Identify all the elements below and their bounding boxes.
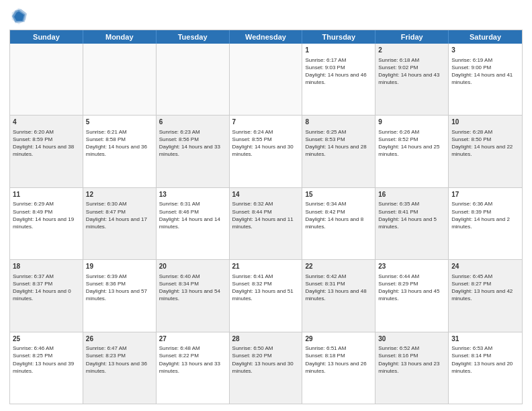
calendar-cell xyxy=(83,44,157,115)
header xyxy=(9,7,523,26)
calendar-cell: 30Sunrise: 6:52 AM Sunset: 8:16 PM Dayli… xyxy=(375,332,449,404)
day-number: 25 xyxy=(13,334,80,344)
day-number: 22 xyxy=(305,262,372,271)
day-number: 3 xyxy=(451,46,519,55)
calendar-cell: 3Sunrise: 6:19 AM Sunset: 9:00 PM Daylig… xyxy=(449,44,522,115)
cell-info: Sunrise: 6:19 AM Sunset: 9:00 PM Dayligh… xyxy=(451,56,519,87)
calendar-row: 1Sunrise: 6:17 AM Sunset: 9:03 PM Daylig… xyxy=(10,44,522,116)
cell-info: Sunrise: 6:48 AM Sunset: 8:22 PM Dayligh… xyxy=(159,345,226,375)
calendar-cell: 5Sunrise: 6:21 AM Sunset: 8:58 PM Daylig… xyxy=(83,116,157,187)
calendar-cell: 20Sunrise: 6:40 AM Sunset: 8:34 PM Dayli… xyxy=(157,260,230,331)
day-number: 17 xyxy=(451,190,519,199)
weekday-header: Wednesday xyxy=(230,30,303,44)
calendar-cell: 9Sunrise: 6:26 AM Sunset: 8:52 PM Daylig… xyxy=(375,116,449,187)
calendar-body: 1Sunrise: 6:17 AM Sunset: 9:03 PM Daylig… xyxy=(10,44,522,404)
calendar-header: SundayMondayTuesdayWednesdayThursdayFrid… xyxy=(10,30,522,44)
calendar-cell: 2Sunrise: 6:18 AM Sunset: 9:02 PM Daylig… xyxy=(375,44,449,115)
calendar-cell: 22Sunrise: 6:42 AM Sunset: 8:31 PM Dayli… xyxy=(302,260,375,331)
day-number: 5 xyxy=(86,118,153,127)
weekday-header: Thursday xyxy=(302,30,375,44)
calendar-cell: 19Sunrise: 6:39 AM Sunset: 8:36 PM Dayli… xyxy=(83,260,157,331)
cell-info: Sunrise: 6:25 AM Sunset: 8:53 PM Dayligh… xyxy=(305,128,372,158)
calendar-cell: 29Sunrise: 6:51 AM Sunset: 8:18 PM Dayli… xyxy=(302,332,375,404)
calendar-cell: 14Sunrise: 6:32 AM Sunset: 8:44 PM Dayli… xyxy=(230,188,303,259)
cell-info: Sunrise: 6:24 AM Sunset: 8:55 PM Dayligh… xyxy=(232,128,300,158)
cell-info: Sunrise: 6:31 AM Sunset: 8:46 PM Dayligh… xyxy=(159,200,226,230)
day-number: 20 xyxy=(159,262,226,271)
cell-info: Sunrise: 6:29 AM Sunset: 8:49 PM Dayligh… xyxy=(13,200,80,230)
calendar-cell: 11Sunrise: 6:29 AM Sunset: 8:49 PM Dayli… xyxy=(10,188,83,259)
day-number: 4 xyxy=(13,118,80,127)
cell-info: Sunrise: 6:23 AM Sunset: 8:56 PM Dayligh… xyxy=(159,128,226,158)
calendar-row: 11Sunrise: 6:29 AM Sunset: 8:49 PM Dayli… xyxy=(10,188,522,260)
day-number: 13 xyxy=(159,190,226,199)
calendar-row: 18Sunrise: 6:37 AM Sunset: 8:37 PM Dayli… xyxy=(10,260,522,332)
day-number: 28 xyxy=(232,334,300,344)
day-number: 6 xyxy=(159,118,226,127)
cell-info: Sunrise: 6:46 AM Sunset: 8:25 PM Dayligh… xyxy=(13,345,80,375)
cell-info: Sunrise: 6:21 AM Sunset: 8:58 PM Dayligh… xyxy=(86,128,153,158)
cell-info: Sunrise: 6:36 AM Sunset: 8:39 PM Dayligh… xyxy=(451,200,519,230)
calendar-cell: 16Sunrise: 6:35 AM Sunset: 8:41 PM Dayli… xyxy=(375,188,449,259)
calendar-cell: 8Sunrise: 6:25 AM Sunset: 8:53 PM Daylig… xyxy=(302,116,375,187)
cell-info: Sunrise: 6:34 AM Sunset: 8:42 PM Dayligh… xyxy=(305,200,372,230)
weekday-header: Monday xyxy=(83,30,157,44)
calendar-cell: 21Sunrise: 6:41 AM Sunset: 8:32 PM Dayli… xyxy=(230,260,303,331)
cell-info: Sunrise: 6:45 AM Sunset: 8:27 PM Dayligh… xyxy=(451,273,519,303)
day-number: 19 xyxy=(86,262,153,271)
page: SundayMondayTuesdayWednesdayThursdayFrid… xyxy=(0,0,532,411)
day-number: 18 xyxy=(13,262,80,271)
cell-info: Sunrise: 6:17 AM Sunset: 9:03 PM Dayligh… xyxy=(305,56,372,87)
calendar-cell: 27Sunrise: 6:48 AM Sunset: 8:22 PM Dayli… xyxy=(157,332,230,404)
day-number: 15 xyxy=(305,190,372,199)
calendar-cell xyxy=(157,44,230,115)
cell-info: Sunrise: 6:41 AM Sunset: 8:32 PM Dayligh… xyxy=(232,273,300,303)
calendar: SundayMondayTuesdayWednesdayThursdayFrid… xyxy=(9,30,523,404)
cell-info: Sunrise: 6:51 AM Sunset: 8:18 PM Dayligh… xyxy=(305,345,372,375)
calendar-cell: 12Sunrise: 6:30 AM Sunset: 8:47 PM Dayli… xyxy=(83,188,157,259)
calendar-cell: 1Sunrise: 6:17 AM Sunset: 9:03 PM Daylig… xyxy=(302,44,375,115)
day-number: 31 xyxy=(451,334,519,344)
day-number: 9 xyxy=(378,118,445,127)
day-number: 12 xyxy=(86,190,153,199)
calendar-cell: 10Sunrise: 6:28 AM Sunset: 8:50 PM Dayli… xyxy=(449,116,522,187)
calendar-cell xyxy=(230,44,303,115)
cell-info: Sunrise: 6:50 AM Sunset: 8:20 PM Dayligh… xyxy=(232,345,300,375)
cell-info: Sunrise: 6:53 AM Sunset: 8:14 PM Dayligh… xyxy=(451,345,519,375)
day-number: 11 xyxy=(13,190,80,199)
cell-info: Sunrise: 6:37 AM Sunset: 8:37 PM Dayligh… xyxy=(13,273,80,303)
cell-info: Sunrise: 6:20 AM Sunset: 8:59 PM Dayligh… xyxy=(13,128,80,158)
calendar-row: 25Sunrise: 6:46 AM Sunset: 8:25 PM Dayli… xyxy=(10,332,522,404)
cell-info: Sunrise: 6:30 AM Sunset: 8:47 PM Dayligh… xyxy=(86,200,153,230)
calendar-cell: 26Sunrise: 6:47 AM Sunset: 8:23 PM Dayli… xyxy=(83,332,157,404)
cell-info: Sunrise: 6:26 AM Sunset: 8:52 PM Dayligh… xyxy=(378,128,445,158)
calendar-row: 4Sunrise: 6:20 AM Sunset: 8:59 PM Daylig… xyxy=(10,116,522,187)
cell-info: Sunrise: 6:35 AM Sunset: 8:41 PM Dayligh… xyxy=(378,200,445,230)
day-number: 23 xyxy=(378,262,445,271)
day-number: 1 xyxy=(305,46,372,55)
cell-info: Sunrise: 6:18 AM Sunset: 9:02 PM Dayligh… xyxy=(378,56,445,87)
calendar-cell: 23Sunrise: 6:44 AM Sunset: 8:29 PM Dayli… xyxy=(375,260,449,331)
cell-info: Sunrise: 6:52 AM Sunset: 8:16 PM Dayligh… xyxy=(378,345,445,375)
day-number: 16 xyxy=(378,190,445,199)
day-number: 21 xyxy=(232,262,300,271)
day-number: 30 xyxy=(378,334,445,344)
calendar-cell: 25Sunrise: 6:46 AM Sunset: 8:25 PM Dayli… xyxy=(10,332,83,404)
cell-info: Sunrise: 6:42 AM Sunset: 8:31 PM Dayligh… xyxy=(305,273,372,303)
weekday-header: Friday xyxy=(375,30,449,44)
calendar-cell: 17Sunrise: 6:36 AM Sunset: 8:39 PM Dayli… xyxy=(449,188,522,259)
calendar-cell: 13Sunrise: 6:31 AM Sunset: 8:46 PM Dayli… xyxy=(157,188,230,259)
logo xyxy=(9,7,31,26)
day-number: 14 xyxy=(232,190,300,199)
day-number: 8 xyxy=(305,118,372,127)
calendar-cell: 24Sunrise: 6:45 AM Sunset: 8:27 PM Dayli… xyxy=(449,260,522,331)
cell-info: Sunrise: 6:44 AM Sunset: 8:29 PM Dayligh… xyxy=(378,273,445,303)
calendar-cell xyxy=(10,44,83,115)
day-number: 26 xyxy=(86,334,153,344)
cell-info: Sunrise: 6:32 AM Sunset: 8:44 PM Dayligh… xyxy=(232,200,300,230)
day-number: 2 xyxy=(378,46,445,55)
weekday-header: Tuesday xyxy=(157,30,230,44)
calendar-cell: 7Sunrise: 6:24 AM Sunset: 8:55 PM Daylig… xyxy=(230,116,303,187)
calendar-cell: 6Sunrise: 6:23 AM Sunset: 8:56 PM Daylig… xyxy=(157,116,230,187)
calendar-cell: 15Sunrise: 6:34 AM Sunset: 8:42 PM Dayli… xyxy=(302,188,375,259)
